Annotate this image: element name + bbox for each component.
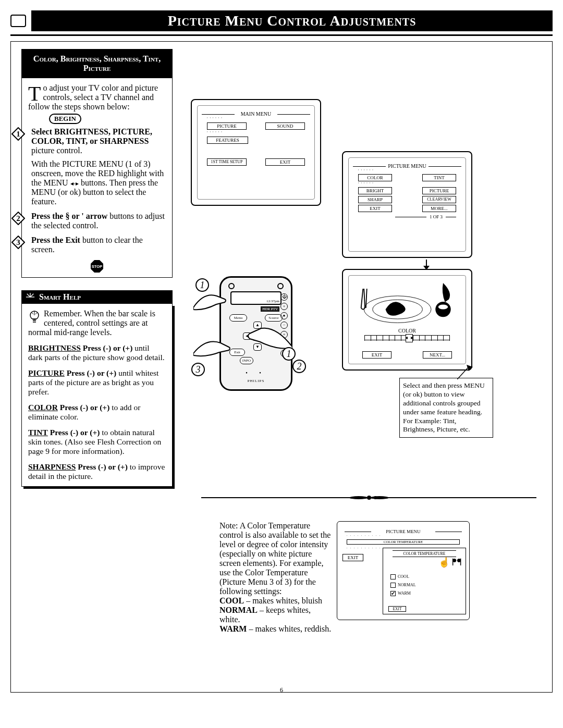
step-1-rest: picture control.: [31, 146, 82, 155]
ct-warm-desc: – makes whites, reddish.: [247, 624, 331, 633]
help-action: Press (-) or (+): [60, 403, 110, 412]
remote-lcd: 12:37pm: [230, 291, 282, 305]
pm-bright: BRIGHT: [358, 187, 392, 194]
help-item: SHARPNESS Press (-) or (+) to improve de…: [28, 462, 166, 481]
opt-cool: COOL: [398, 574, 409, 579]
svg-line-10: [30, 294, 33, 297]
ct-warm: WARM: [219, 624, 247, 633]
title-underline: [10, 34, 553, 36]
mm-sound: SOUND: [265, 122, 305, 130]
color-temp-tv: PICTURE MENU ' ' ' ' ' ' ' ' ' ' COLOR T…: [337, 521, 470, 620]
plate-graphic: [359, 283, 455, 326]
remote-right: ▶: [264, 332, 272, 340]
mm-features: FEATURES: [207, 137, 248, 144]
page-number: 6: [11, 686, 552, 694]
remote-source-btn: Source: [265, 314, 283, 322]
spindle-icon: [348, 495, 390, 501]
remote-ok: ok: [252, 331, 263, 341]
stop-badge: STOP: [28, 260, 166, 273]
svg-text:2: 2: [16, 214, 20, 223]
step-3-bold: Press the Exit: [31, 236, 80, 244]
arrow-down-icon: [423, 260, 430, 270]
step-1-bold: Select BRIGHTNESS, PICTURE, COLOR, TINT,…: [31, 127, 152, 145]
callout-3: 3: [191, 363, 205, 376]
step-2-badge: 2: [11, 212, 25, 225]
section-divider: [201, 495, 536, 500]
pm-exit: EXIT: [358, 205, 392, 212]
mm-exit: EXIT: [265, 158, 305, 166]
pm-clearview: CLEARVIEW: [422, 196, 456, 203]
tv-main-menu: MAIN MENU ' ' ' ' ' ' PICTURE SOUND ' ' …: [191, 99, 321, 206]
mm-picture: PICTURE: [207, 122, 247, 130]
side-btn: +: [280, 303, 288, 310]
pm-sharp: SHARP: [358, 196, 392, 203]
help-label: TINT: [28, 428, 48, 437]
tv-picture-menu: PICTURE MENU ' ' ' ' ' ' COLORTINT ' ' '…: [342, 151, 472, 258]
remote-time: 12:37pm: [266, 299, 279, 303]
svg-point-27: [367, 496, 371, 500]
rays-icon: [26, 292, 35, 302]
smart-help-remember: Remember. When the bar scale is centered…: [28, 309, 155, 337]
svg-line-16: [35, 312, 38, 314]
remote-down: ▼: [253, 343, 262, 351]
remote-control: 12:37pm HDR PTV Menu Source ▲ ▼ ◀ ▶ ok E…: [204, 271, 308, 396]
color-temp-inset: COLOR TEMPERATURE ☝ ᖰᖳ COOL NORMAL WARM …: [383, 548, 466, 614]
help-action: Press (-) or (+): [50, 428, 100, 437]
ct-normal: NORMAL: [219, 606, 258, 614]
begin-badge: BEGIN: [49, 114, 81, 124]
side-btn: ●: [280, 312, 288, 319]
mm-setup: 1ST TIME SETUP: [207, 158, 247, 166]
picture-menu-title: PICTURE MENU: [349, 163, 466, 169]
ticks: ' ' ' ' ' ': [358, 182, 456, 187]
help-action: Press (-) or (+): [78, 462, 128, 471]
color-slider: [364, 335, 450, 340]
intro-box: T o adjust your TV color and picture con…: [21, 78, 173, 278]
svg-point-28: [374, 496, 377, 499]
help-label: COLOR: [28, 403, 58, 412]
svg-text:STOP: STOP: [92, 264, 102, 269]
ct-inset-exit: EXIT: [388, 606, 406, 612]
help-item: TINT Press (-) or (+) to obtain natural …: [28, 428, 166, 456]
remote-btn-top-right: [277, 283, 284, 289]
ct-cool-desc: – makes whites, bluish: [244, 596, 322, 605]
tip-box: Select and then press MENU (or ok) butto…: [399, 378, 493, 438]
tv-color-screen: COLOR EXIT NEXT...: [342, 269, 472, 371]
tip-pointer-icon: [457, 365, 473, 379]
color-next: NEXT...: [423, 351, 452, 359]
pm-color: COLOR: [358, 174, 392, 181]
step-1: 1 Select BRIGHTNESS, PICTURE, COLOR, TIN…: [28, 127, 166, 206]
step-3: 3 Press the Exit button to clear the scr…: [28, 236, 166, 254]
callout-1b: 1: [282, 347, 296, 361]
smart-help-body: Remember. When the bar scale is centered…: [21, 304, 173, 487]
ct-cool: COOL: [219, 596, 244, 605]
remote-exit-btn: Exit: [229, 349, 245, 356]
lamp-icon: ☝ ᖰᖳ: [438, 557, 462, 568]
remote-left: ◀: [243, 332, 251, 340]
help-item: BRIGHTNESS Press (-) or (+) until dark p…: [28, 343, 166, 362]
remote-hdr: HDR PTV: [261, 306, 279, 312]
remote-btn-top-left: [228, 283, 235, 289]
opt-warm: WARM: [398, 591, 411, 596]
page-title: Picture Menu Control Adjustments: [31, 10, 553, 31]
help-label: BRIGHTNESS: [28, 343, 81, 352]
check-icon: ✔: [391, 590, 395, 596]
ticks: ' ' ' ' ' ': [207, 117, 305, 121]
svg-text:3: 3: [16, 238, 20, 246]
ct-menu-title: PICTURE MENU: [342, 529, 464, 534]
bulb-icon: [28, 310, 41, 326]
menu-nav-icon: ◂◦▸: [70, 180, 79, 187]
ct-slider: COLOR TEMPERATURE: [347, 539, 460, 545]
svg-point-22: [438, 304, 448, 309]
page-title-bar: Picture Menu Control Adjustments: [10, 10, 553, 31]
ticks: ' ' ' ' ' ': [358, 169, 456, 174]
pm-footer: 1 OF 3: [349, 214, 456, 219]
step-2: 2 Press the § or ' arrow buttons to adju…: [28, 212, 166, 230]
color-temp-note: PICTURE MENU ' ' ' ' ' ' ' ' ' ' COLOR T…: [219, 521, 470, 634]
opt-normal: NORMAL: [398, 583, 416, 587]
callout-1: 1: [195, 278, 209, 292]
svg-point-25: [349, 496, 368, 499]
topics-header: Color, Brightness, Sharpness, Tint, Pict…: [21, 49, 173, 78]
smart-help-title: Smart Help: [39, 292, 81, 302]
help-label: PICTURE: [28, 368, 65, 377]
remote-dots: • •: [221, 370, 291, 376]
